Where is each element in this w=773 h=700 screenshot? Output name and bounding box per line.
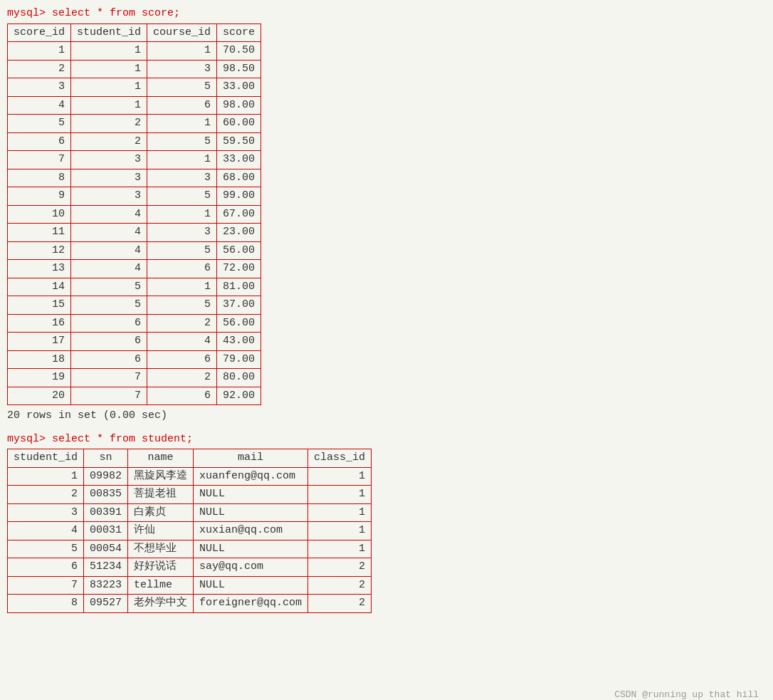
student-col-header: mail	[194, 449, 308, 468]
table-cell: 1	[71, 42, 147, 61]
table-cell: 1	[308, 540, 372, 558]
table-cell: 7	[71, 369, 147, 387]
table-cell: 2	[308, 558, 372, 577]
watermark: CSDN @running up that hill	[614, 689, 759, 700]
table-cell: 9	[8, 187, 71, 206]
table-cell: 2	[71, 115, 147, 133]
table-cell: 3	[71, 151, 147, 169]
score-query-prompt: mysql> select * from score;	[7, 6, 766, 22]
table-row: 651234好好说话say@qq.com2	[8, 558, 372, 577]
score-section: mysql> select * from score; score_idstud…	[7, 6, 766, 424]
table-row: 166256.00	[8, 314, 261, 333]
table-row: 41698.00	[8, 96, 261, 115]
student-section: mysql> select * from student; student_id…	[7, 432, 766, 613]
table-row: 114323.00	[8, 224, 261, 242]
table-cell: 23.00	[217, 224, 261, 242]
table-cell: 1	[8, 467, 84, 486]
table-row: 186679.00	[8, 350, 261, 369]
table-cell: 5	[147, 241, 217, 260]
table-row: 145181.00	[8, 278, 261, 296]
table-cell: 2	[8, 60, 71, 78]
table-cell: 6	[147, 350, 217, 369]
table-cell: 3	[71, 187, 147, 206]
table-cell: 8	[8, 595, 84, 613]
table-cell: 6	[147, 96, 217, 115]
table-cell: 18	[8, 350, 71, 369]
table-cell: 70.50	[217, 42, 261, 61]
table-cell: 4	[147, 333, 217, 351]
table-row: 197280.00	[8, 369, 261, 387]
table-cell: 许仙	[128, 522, 194, 540]
table-cell: 00054	[84, 540, 128, 558]
table-cell: 00031	[84, 522, 128, 540]
table-cell: 不想毕业	[128, 540, 194, 558]
table-cell: 72.00	[217, 260, 261, 278]
table-cell: 5	[71, 278, 147, 296]
table-cell: 1	[308, 522, 372, 540]
table-cell: 19	[8, 369, 71, 387]
table-cell: 4	[71, 224, 147, 242]
table-cell: 1	[147, 151, 217, 169]
table-cell: 8	[8, 169, 71, 187]
student-col-header: class_id	[308, 449, 372, 468]
table-cell: 11	[8, 224, 71, 242]
table-cell: 6	[147, 260, 217, 278]
table-cell: 43.00	[217, 333, 261, 351]
student-col-header: sn	[84, 449, 128, 468]
table-row: 109982黑旋风李逵xuanfeng@qq.com1	[8, 467, 372, 486]
terminal: mysql> select * from score; score_idstud…	[7, 6, 766, 700]
table-cell: 2	[147, 314, 217, 333]
table-cell: 7	[8, 151, 71, 169]
table-cell: 2	[308, 576, 372, 595]
table-cell: 6	[8, 558, 84, 577]
table-cell: 5	[147, 187, 217, 206]
table-row: 200835菩提老祖NULL1	[8, 486, 372, 504]
table-cell: 12	[8, 241, 71, 260]
table-cell: xuxian@qq.com	[194, 522, 308, 540]
table-row: 809527老外学中文foreigner@qq.com2	[8, 595, 372, 613]
table-cell: 37.00	[217, 296, 261, 315]
table-cell: 56.00	[217, 241, 261, 260]
table-cell: 98.00	[217, 96, 261, 115]
table-cell: 79.00	[217, 350, 261, 369]
table-cell: 2	[147, 369, 217, 387]
table-cell: 白素贞	[128, 503, 194, 522]
table-cell: 4	[71, 260, 147, 278]
table-cell: 33.00	[217, 78, 261, 97]
table-cell: 14	[8, 278, 71, 296]
score-col-header: score_id	[8, 23, 71, 42]
table-cell: 1	[308, 467, 372, 486]
table-cell: 00391	[84, 503, 128, 522]
table-cell: 7	[71, 387, 147, 405]
table-cell: 老外学中文	[128, 595, 194, 613]
table-cell: 16	[8, 314, 71, 333]
table-cell: 3	[147, 169, 217, 187]
table-cell: 6	[71, 350, 147, 369]
table-row: 783223tellmeNULL2	[8, 576, 372, 595]
table-cell: 黑旋风李逵	[128, 467, 194, 486]
table-cell: 2	[308, 595, 372, 613]
table-cell: tellme	[128, 576, 194, 595]
table-cell: 6	[71, 314, 147, 333]
table-row: 11170.50	[8, 42, 261, 61]
table-cell: 1	[8, 42, 71, 61]
table-cell: NULL	[194, 576, 308, 595]
table-cell: foreigner@qq.com	[194, 595, 308, 613]
table-cell: 98.50	[217, 60, 261, 78]
table-row: 134672.00	[8, 260, 261, 278]
table-row: 31533.00	[8, 78, 261, 97]
student-col-header: student_id	[8, 449, 84, 468]
table-row: 93599.00	[8, 187, 261, 206]
table-cell: xuanfeng@qq.com	[194, 467, 308, 486]
table-cell: 1	[147, 278, 217, 296]
score-result-info: 20 rows in set (0.00 sec)	[7, 408, 766, 424]
table-cell: 81.00	[217, 278, 261, 296]
table-row: 52160.00	[8, 115, 261, 133]
table-cell: 99.00	[217, 187, 261, 206]
table-cell: 20	[8, 387, 71, 405]
table-cell: 5	[147, 78, 217, 97]
table-cell: 00835	[84, 486, 128, 504]
table-cell: 1	[71, 78, 147, 97]
table-cell: 67.00	[217, 205, 261, 224]
table-cell: 好好说话	[128, 558, 194, 577]
